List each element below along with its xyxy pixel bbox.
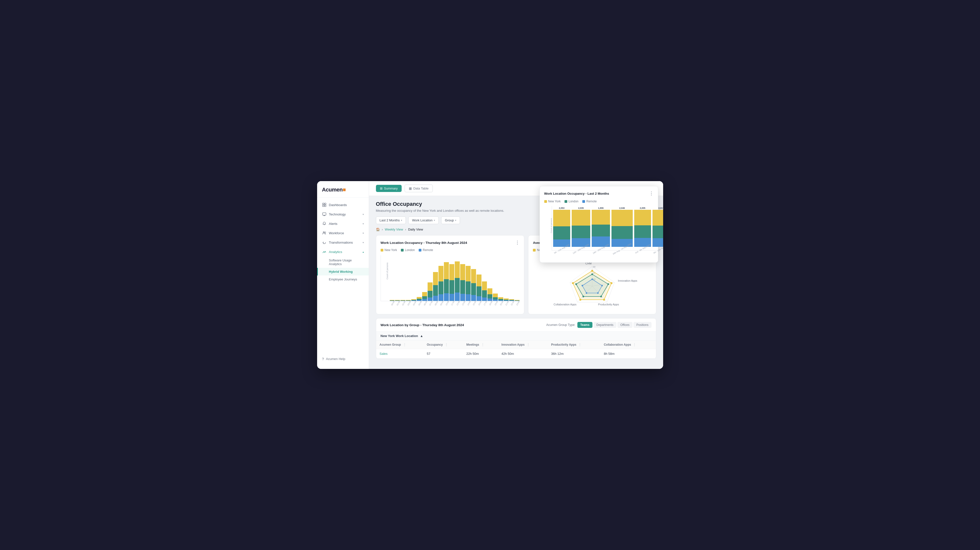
bar-group: [455, 261, 460, 301]
popup-bar-group: 1,90619th - 25th Aug 2024: [592, 207, 610, 250]
bar-ny: [498, 297, 503, 299]
sidebar-item-dashboards[interactable]: Dashboards: [317, 200, 369, 210]
location-chevron-icon: ▾: [434, 219, 435, 222]
popup-legend-london-label: London: [568, 200, 578, 203]
svg-point-29: [575, 283, 577, 285]
sidebar: Acumen■ Dashboards: [317, 181, 369, 369]
tab-positions[interactable]: Positions: [633, 322, 652, 328]
section-title-text: New York Work Location: [381, 334, 418, 338]
sidebar-help[interactable]: ? Acumen Help: [317, 354, 369, 364]
col-sort-icon: ⋮: [403, 343, 406, 347]
table-row: Sales 57 22h 50m 42h 50m 36h 12m 8h 58m: [376, 349, 656, 359]
bar-group: [444, 262, 449, 301]
bar-remote: [433, 296, 438, 301]
bar-ny: [477, 275, 482, 286]
bar-group: [460, 264, 465, 301]
bar-group: [433, 272, 438, 301]
legend-london-color: [401, 249, 404, 251]
monitor-icon: [322, 212, 326, 216]
weekly-view-link[interactable]: Weekly View: [385, 227, 403, 231]
subnav-hybrid-working[interactable]: Hybrid Working: [317, 268, 369, 275]
help-icon: ?: [322, 357, 324, 361]
subnav-employee-journeys[interactable]: Employee Journeys: [317, 275, 369, 283]
chart1-menu-icon[interactable]: ⋮: [515, 240, 520, 245]
sidebar-item-technology-label: Technology: [329, 213, 346, 216]
tab-teams[interactable]: Teams: [578, 322, 592, 328]
period-filter-label: Last 2 Months: [380, 218, 400, 222]
bar-group: [466, 266, 471, 301]
legend-remote-label: Remote: [423, 248, 433, 252]
popup-bar-group: 2,0535th - 11th Aug 2024: [553, 207, 570, 250]
popup-bar-value-label: 2,046: [619, 207, 625, 209]
popup-bar-ny: [592, 210, 610, 224]
col-innovation-sort-icon: ⋮: [527, 343, 530, 347]
grid-icon: [322, 203, 326, 207]
breadcrumb-separator-1: ›: [382, 227, 383, 231]
popup-legend-ny-dot: [544, 200, 547, 203]
sidebar-item-workforce[interactable]: Workforce ▾: [317, 228, 369, 238]
svg-point-33: [597, 292, 599, 294]
legend-ny: New York: [381, 248, 397, 252]
col-meetings: Meetings ⋮: [463, 340, 498, 349]
bar-group: [422, 292, 427, 301]
location-filter[interactable]: Work Location ▾: [408, 216, 439, 224]
svg-point-28: [582, 296, 584, 297]
subnav-software-usage[interactable]: Software Usage Analytics: [317, 256, 369, 268]
bar-london: [482, 290, 487, 297]
col-meetings-sort-icon: ⋮: [481, 343, 484, 347]
bar-remote: [428, 297, 433, 301]
svg-point-26: [607, 283, 609, 285]
popup-menu-icon[interactable]: ⋮: [649, 191, 654, 196]
popup-bar-value-label: 2,035: [578, 207, 584, 209]
popup-bar-ny: [652, 210, 663, 226]
group-filter[interactable]: Group ▾: [441, 216, 460, 224]
col-collaboration-sort-icon: ⋮: [633, 343, 636, 347]
analytics-sub-nav: Software Usage Analytics Hybrid Working …: [317, 256, 369, 283]
svg-point-5: [323, 232, 324, 233]
x-axis-label: 23:00: [516, 300, 524, 308]
datatable-tab-icon: ▦: [409, 186, 412, 190]
svg-point-21: [603, 299, 605, 301]
tab-offices[interactable]: Offices: [617, 322, 633, 328]
svg-rect-1: [325, 203, 326, 205]
popup-bar-london: [634, 225, 651, 238]
bar-london: [433, 285, 438, 296]
bar-ny: [449, 264, 454, 280]
tab-departments[interactable]: Departments: [593, 322, 616, 328]
chart2-legend-ny-color: [533, 249, 536, 251]
summary-tab[interactable]: ⊞ Summary: [376, 185, 402, 192]
period-filter[interactable]: Last 2 Months ▾: [376, 216, 406, 224]
refresh-icon: [322, 240, 326, 245]
svg-point-23: [572, 282, 574, 284]
popup-bars: 2,0535th - 11th Aug 20242,03512th - 18th…: [552, 206, 663, 251]
datatable-tab[interactable]: ▦ Data Table: [405, 184, 433, 192]
bar-ny: [422, 292, 427, 296]
bar-london: [477, 286, 482, 296]
home-icon[interactable]: 🏠: [376, 227, 380, 231]
bar-group: [428, 282, 433, 301]
sidebar-nav: Dashboards Technology ▾: [317, 198, 369, 354]
legend-london-label: London: [405, 248, 415, 252]
sidebar-item-technology[interactable]: Technology ▾: [317, 210, 369, 219]
col-productivity-sort-icon: ⋮: [578, 343, 581, 347]
cell-occupancy: 57: [423, 349, 463, 359]
sidebar-item-analytics[interactable]: Analytics ▴: [317, 247, 369, 256]
cell-group-name[interactable]: Sales: [376, 349, 423, 359]
svg-point-35: [582, 285, 583, 286]
legend-remote: Remote: [419, 248, 433, 252]
popup-bar-ny: [553, 210, 570, 227]
bar-remote: [444, 293, 449, 301]
analytics-chevron: ▴: [363, 251, 364, 253]
table-header-bar: Work Location by Group - Thursday 8th Au…: [376, 318, 656, 332]
sidebar-item-transformations[interactable]: Transformations ▾: [317, 238, 369, 247]
svg-rect-2: [323, 205, 324, 207]
col-occupancy: Occupancy ⋮: [423, 340, 463, 349]
table-card: Work Location by Group - Thursday 8th Au…: [376, 318, 656, 359]
popup-chart-container: Count of persons 2,0535th - 11th Aug 202…: [544, 206, 654, 258]
popup-bar-london: [592, 224, 610, 237]
svg-point-20: [611, 282, 612, 284]
sidebar-item-alerts[interactable]: Alerts ▾: [317, 219, 369, 228]
summary-tab-icon: ⊞: [380, 186, 383, 190]
svg-point-31: [592, 278, 593, 280]
bar-ny: [466, 266, 471, 281]
